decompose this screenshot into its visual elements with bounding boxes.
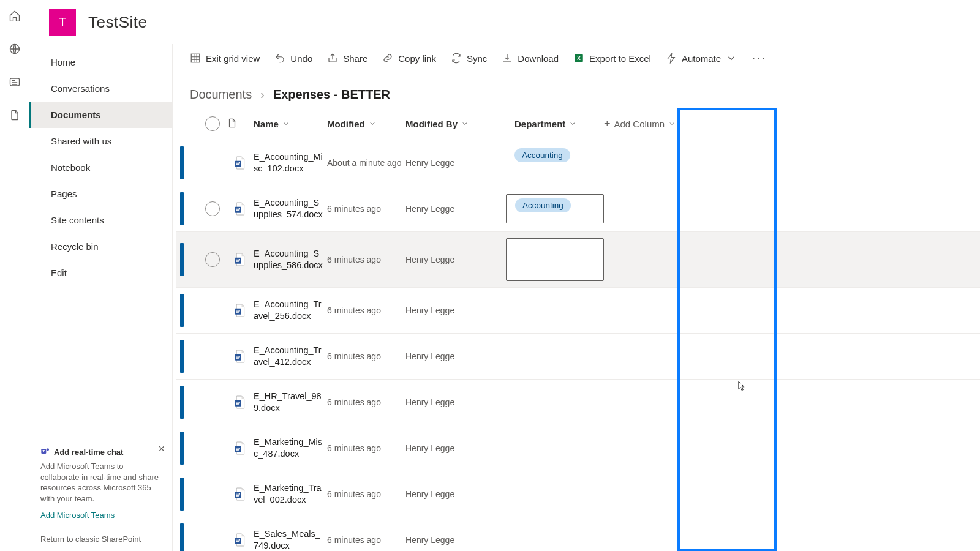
add-teams-link[interactable]: Add Microsoft Teams — [40, 510, 161, 521]
word-file-icon: W — [227, 201, 254, 216]
select-all-toggle[interactable] — [205, 116, 220, 131]
table-row[interactable]: WE_Accounting_Supplies_574.docx6 minutes… — [176, 186, 980, 232]
department-cell[interactable] — [506, 388, 604, 417]
nav-item-documents[interactable]: Documents — [29, 102, 172, 128]
department-cell[interactable] — [506, 342, 604, 371]
modified-by-value: Henry Legge — [405, 443, 506, 453]
teams-icon: T — [40, 446, 50, 459]
table-row[interactable]: WE_HR_Travel_989.docx6 minutes agoHenry … — [176, 380, 980, 425]
row-select-toggle[interactable] — [205, 201, 220, 216]
site-title[interactable]: TestSite — [88, 13, 148, 32]
word-file-icon: W — [227, 487, 254, 501]
modified-value: 6 minutes ago — [327, 351, 405, 361]
svg-text:W: W — [236, 258, 241, 263]
export-excel-button[interactable]: X Export to Excel — [573, 53, 651, 64]
column-modified[interactable]: Modified — [327, 119, 405, 129]
file-name[interactable]: E_Accounting_Supplies_574.docx — [254, 197, 327, 220]
word-file-icon: W — [227, 441, 254, 455]
file-name[interactable]: E_HR_Travel_989.docx — [254, 391, 327, 414]
department-cell[interactable] — [506, 479, 604, 509]
department-cell[interactable] — [506, 433, 604, 463]
svg-text:W: W — [236, 538, 241, 544]
modified-value: 6 minutes ago — [327, 535, 405, 545]
download-button[interactable]: Download — [502, 53, 559, 64]
automate-button[interactable]: Automate — [666, 53, 737, 64]
file-name[interactable]: E_Accounting_Travel_256.docx — [254, 299, 327, 322]
department-cell[interactable] — [506, 525, 604, 551]
chevron-down-icon — [282, 120, 290, 127]
breadcrumb-leaf: Expenses - BETTER — [273, 88, 390, 102]
copy-link-button[interactable]: Copy link — [382, 53, 436, 64]
table-row[interactable]: WE_Marketing_Travel_002.docx6 minutes ag… — [176, 471, 980, 517]
sync-button[interactable]: Sync — [451, 53, 487, 64]
nav-item-site-contents[interactable]: Site contents — [29, 207, 172, 233]
svg-text:T: T — [42, 449, 45, 453]
modified-value: 6 minutes ago — [327, 204, 405, 214]
column-modified-by[interactable]: Modified By — [405, 119, 506, 129]
site-logo[interactable]: T — [49, 9, 76, 36]
close-icon[interactable]: × — [158, 441, 165, 456]
nav-item-shared-with-us[interactable]: Shared with us — [29, 128, 172, 154]
file-type-column-icon[interactable] — [227, 118, 254, 130]
modified-by-value: Henry Legge — [405, 397, 506, 407]
globe-icon[interactable] — [7, 42, 22, 56]
add-column-button[interactable]: +Add Column — [604, 118, 702, 130]
nav-item-edit[interactable]: Edit — [29, 260, 172, 286]
breadcrumb-root[interactable]: Documents — [190, 88, 252, 102]
share-button[interactable]: Share — [327, 53, 368, 64]
modified-by-value: Henry Legge — [405, 255, 506, 264]
sync-label: Sync — [467, 53, 487, 64]
modified-value: 6 minutes ago — [327, 443, 405, 453]
column-name[interactable]: Name — [254, 119, 327, 129]
department-cell[interactable] — [506, 296, 604, 325]
table-row[interactable]: WE_Marketing_Misc_487.docx6 minutes agoH… — [176, 425, 980, 471]
nav-item-recycle-bin[interactable]: Recycle bin — [29, 233, 172, 260]
file-name[interactable]: E_Sales_Meals_749.docx — [254, 528, 327, 551]
teams-chat-card: × T Add real-time chat Add Microsoft Tea… — [34, 440, 167, 526]
chevron-right-icon: › — [260, 88, 265, 102]
chevron-down-icon — [369, 120, 376, 127]
home-icon[interactable] — [7, 9, 22, 23]
nav-item-home[interactable]: Home — [29, 49, 172, 75]
main-region: T TestSite HomeConversationsDocumentsSha… — [29, 0, 980, 551]
undo-button[interactable]: Undo — [274, 53, 312, 64]
department-cell[interactable] — [506, 238, 604, 281]
table-row[interactable]: WE_Sales_Meals_749.docx6 minutes agoHenr… — [176, 517, 980, 551]
chevron-down-icon — [726, 53, 737, 64]
nav-item-notebook[interactable]: Notebook — [29, 154, 172, 181]
table-row[interactable]: WE_Accounting_Misc_102.docxAbout a minut… — [176, 140, 980, 186]
more-actions-button[interactable]: ··· — [752, 54, 766, 62]
command-bar: Exit grid view Undo Share Copy link Sync — [173, 44, 980, 73]
nav-item-pages[interactable]: Pages — [29, 181, 172, 207]
automate-label: Automate — [682, 53, 721, 64]
chevron-down-icon — [668, 120, 676, 127]
table-row[interactable]: WE_Accounting_Supplies_586.docx6 minutes… — [176, 232, 980, 288]
modified-value: 6 minutes ago — [327, 397, 405, 407]
modified-by-value: Henry Legge — [405, 305, 506, 315]
exit-grid-button[interactable]: Exit grid view — [190, 53, 260, 64]
row-select-toggle[interactable] — [205, 252, 220, 267]
news-icon[interactable] — [7, 75, 22, 89]
modified-value: About a minute ago — [327, 158, 405, 168]
nav-item-conversations[interactable]: Conversations — [29, 75, 172, 102]
chevron-down-icon — [569, 120, 576, 127]
table-row[interactable]: WE_Accounting_Travel_256.docx6 minutes a… — [176, 288, 980, 334]
department-cell[interactable]: Accounting — [506, 194, 604, 223]
chevron-down-icon — [461, 120, 469, 127]
table-row[interactable]: WE_Accounting_Travel_412.docx6 minutes a… — [176, 334, 980, 380]
share-label: Share — [343, 53, 368, 64]
download-label: Download — [518, 53, 559, 64]
column-department[interactable]: Department — [506, 119, 604, 129]
modified-by-value: Henry Legge — [405, 204, 506, 214]
modified-value: 6 minutes ago — [327, 489, 405, 499]
side-nav: HomeConversationsDocumentsShared with us… — [29, 44, 173, 551]
department-cell[interactable]: Accounting — [506, 148, 604, 178]
file-name[interactable]: E_Marketing_Travel_002.docx — [254, 482, 327, 506]
file-name[interactable]: E_Accounting_Misc_102.docx — [254, 151, 327, 174]
classic-sharepoint-link[interactable]: Return to classic SharePoint — [29, 526, 172, 551]
file-icon[interactable] — [7, 108, 22, 122]
file-name[interactable]: E_Accounting_Supplies_586.docx — [254, 248, 327, 271]
file-name[interactable]: E_Marketing_Misc_487.docx — [254, 437, 327, 460]
exit-grid-label: Exit grid view — [206, 53, 260, 64]
file-name[interactable]: E_Accounting_Travel_412.docx — [254, 345, 327, 368]
